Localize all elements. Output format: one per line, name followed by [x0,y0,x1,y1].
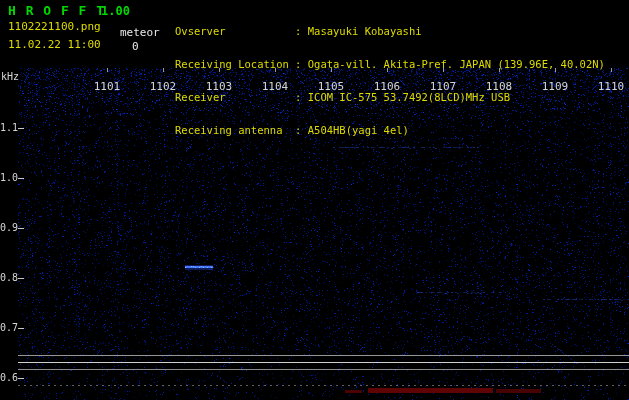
time-tick-label: 1104 [258,80,292,93]
time-tick-label: 1107 [426,80,460,93]
mode-label: meteor [120,26,160,39]
time-tick-label: 1102 [146,80,180,93]
time-tick-label: 1101 [90,80,124,93]
observer-line: Ovserver : Masayuki Kobayashi [175,26,605,37]
freq-tick-label: 0.9 [0,222,16,233]
time-tick-label: 1106 [370,80,404,93]
freq-tick-label: 0.6 [0,372,16,383]
time-tick-label: 1105 [314,80,348,93]
app-title: H R O F F T [8,3,105,18]
freq-tick-label: 1.0 [0,172,16,183]
freq-tick-label: 0.7 [0,322,16,333]
hrofft-output-window: H R O F F T 1.00 1102221100.png meteor 1… [0,0,629,400]
time-tick-label: 1103 [202,80,236,93]
output-filename: 1102221100.png [8,20,101,33]
location-line: Receiving Location : Ogata-vill. Akita-P… [175,59,605,70]
time-tick-label: 1108 [482,80,516,93]
time-tick-label: 1110 [594,80,628,93]
antenna-line: Receiving antenna : A504HB(yagi 4el) [175,125,605,136]
freq-tick-label: 1.1 [0,122,16,133]
app-version: 1.00 [101,4,130,18]
echo-count: 0 [132,40,139,53]
datetime-label: 11.02.22 11:00 [8,38,101,51]
time-tick-label: 1109 [538,80,572,93]
receiver-line: Receiver : ICOM IC-575 53.7492(8LCD)MHz … [175,92,605,103]
frequency-unit-label: kHz [1,71,19,82]
freq-tick-label: 0.8 [0,272,16,283]
